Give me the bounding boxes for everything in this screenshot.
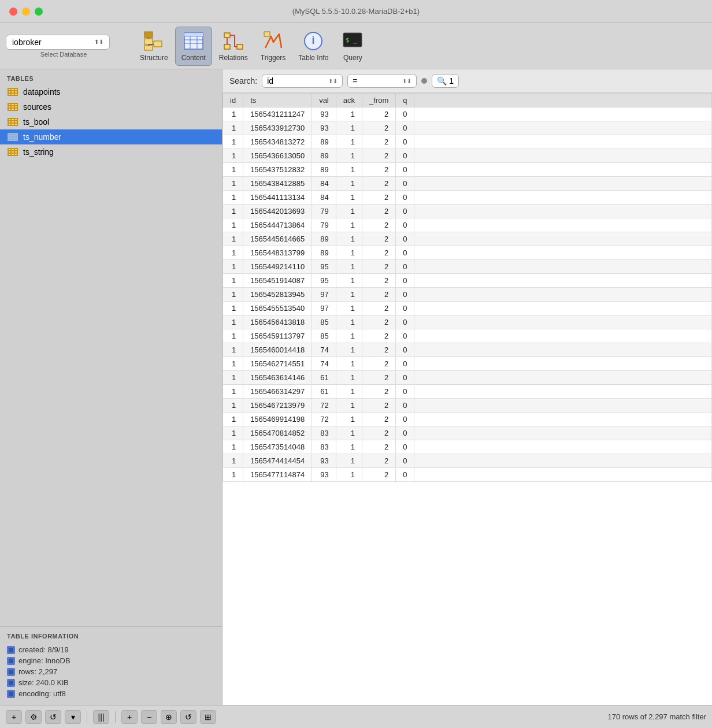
resize-button[interactable]: ||| [93,710,109,724]
settings-button[interactable]: ⚙ [25,710,42,724]
table-item-ts-bool[interactable]: ts_bool [0,114,222,129]
data-table-container[interactable]: id ts val ack _from q 115654312112479312… [222,93,712,705]
col-header-q[interactable]: q [396,94,414,107]
svg-rect-13 [184,33,190,36]
content-label: Content [181,54,206,62]
grid-button[interactable]: ⊞ [200,710,216,724]
table-row[interactable]: 1156544111313484120 [223,191,712,205]
table-row[interactable]: 1156543391273093120 [223,121,712,135]
table-cell-4-5: 0 [396,163,414,177]
database-selector[interactable]: iobroker ⬆⬇ [6,35,110,50]
table-row[interactable]: 1156544921411095120 [223,260,712,274]
col-header-from[interactable]: _from [362,94,395,107]
table-row[interactable]: 1156545911379785120 [223,329,712,343]
table-cell-6-4: 2 [362,191,395,205]
table-item-datapoints[interactable]: datapoints [0,84,222,99]
table-row[interactable]: 1156546361414661120 [223,371,712,385]
info-rows-label: rows: 2,297 [18,667,57,676]
content-button[interactable]: Content [175,27,212,66]
table-cell-13-5: 0 [396,288,414,302]
table-cell-12-3: 1 [336,274,362,288]
table-cell-0-extra [414,107,712,121]
table-row[interactable]: 1156543841288584120 [223,177,712,191]
remove-button[interactable]: − [141,710,157,724]
relations-button[interactable]: Relations [213,27,254,65]
plus-button[interactable]: ⊕ [161,710,177,724]
table-cell-2-5: 0 [396,135,414,149]
add-row-button[interactable]: + [6,710,22,724]
table-row[interactable]: 1156544201369379120 [223,205,712,218]
table-info-button[interactable]: i Table Info [292,27,334,65]
col-header-ts[interactable]: ts [243,94,312,107]
table-item-ts-string[interactable]: ts_string [0,144,222,159]
table-row[interactable]: 1156546721397972120 [223,399,712,413]
table-cell-24-3: 1 [336,440,362,454]
table-cell-21-1: 1565467213979 [243,399,312,413]
structure-button[interactable]: Structure [134,27,174,65]
search-field-dropdown[interactable]: id ⬆⬇ [262,74,343,88]
table-row[interactable]: 1156543661305089120 [223,149,712,163]
table-row[interactable]: 1156545551354097120 [223,302,712,315]
close-button[interactable] [9,8,17,16]
table-header-row: id ts val ack _from q [223,94,712,107]
query-label: Query [343,54,362,62]
table-cell-3-2: 89 [312,149,336,163]
table-row[interactable]: 1156545281394597120 [223,288,712,302]
table-cell-25-5: 0 [396,454,414,468]
relations-icon [223,31,244,51]
search-operator-value: = [353,76,357,86]
table-row[interactable]: 1156547441445493120 [223,454,712,468]
table-cell-16-extra [414,329,712,343]
search-input-container[interactable]: 🔍 1 [432,74,459,88]
add-button[interactable]: + [121,710,138,724]
content-icon [183,31,204,51]
table-cell-23-0: 1 [223,426,243,440]
table-cell-17-extra [414,343,712,357]
search-field-arrow: ⬆⬇ [328,78,338,84]
reload-button[interactable]: ↺ [180,710,196,724]
table-cell-23-3: 1 [336,426,362,440]
table-row[interactable]: 1156547351404883120 [223,440,712,454]
table-cell-18-5: 0 [396,357,414,371]
table-row[interactable]: 1156545641381885120 [223,315,712,329]
table-cell-24-5: 0 [396,440,414,454]
table-name-ts-string: ts_string [23,147,54,157]
table-cell-3-1: 1565436613050 [243,149,312,163]
table-row[interactable]: 1156543751283289120 [223,163,712,177]
table-cell-10-2: 89 [312,246,336,260]
table-cell-15-5: 0 [396,315,414,329]
table-cell-13-2: 97 [312,288,336,302]
table-cell-16-3: 1 [336,329,362,343]
table-row[interactable]: 1156546001441874120 [223,343,712,357]
query-button[interactable]: $ _ Query [335,27,370,65]
col-header-val[interactable]: val [312,94,336,107]
table-row[interactable]: 1156546631429761120 [223,385,712,399]
table-cell-24-2: 83 [312,440,336,454]
refresh-button[interactable]: ↺ [45,710,61,724]
col-header-id[interactable]: id [223,94,243,107]
table-row[interactable]: 1156543121124793120 [223,107,712,121]
table-row[interactable]: 1156547711487493120 [223,468,712,482]
table-cell-1-extra [414,121,712,135]
info-item-encoding: encoding: utf8 [7,688,215,699]
table-row[interactable]: 1156545191408795120 [223,274,712,288]
search-operator-dropdown[interactable]: = ⬆⬇ [347,74,417,88]
dropdown-button[interactable]: ▾ [65,710,81,724]
table-cell-8-extra [414,218,712,232]
table-row[interactable]: 1156543481327289120 [223,135,712,149]
table-item-ts-number[interactable]: ts_number [0,129,222,144]
table-cell-2-0: 1 [223,135,243,149]
maximize-button[interactable] [35,8,43,16]
col-header-ack[interactable]: ack [336,94,362,107]
table-row[interactable]: 1156547081485283120 [223,426,712,440]
table-row[interactable]: 1156544561466589120 [223,232,712,246]
table-item-sources[interactable]: sources [0,99,222,114]
table-row[interactable]: 1156544831379989120 [223,246,712,260]
table-row[interactable]: 1156544471386479120 [223,218,712,232]
minimize-button[interactable] [22,8,30,16]
triggers-button[interactable]: Triggers [255,27,292,65]
table-row[interactable]: 1156546991419872120 [223,413,712,426]
table-row[interactable]: 1156546271455174120 [223,357,712,371]
search-field-value: id [267,76,273,86]
table-cell-24-extra [414,440,712,454]
